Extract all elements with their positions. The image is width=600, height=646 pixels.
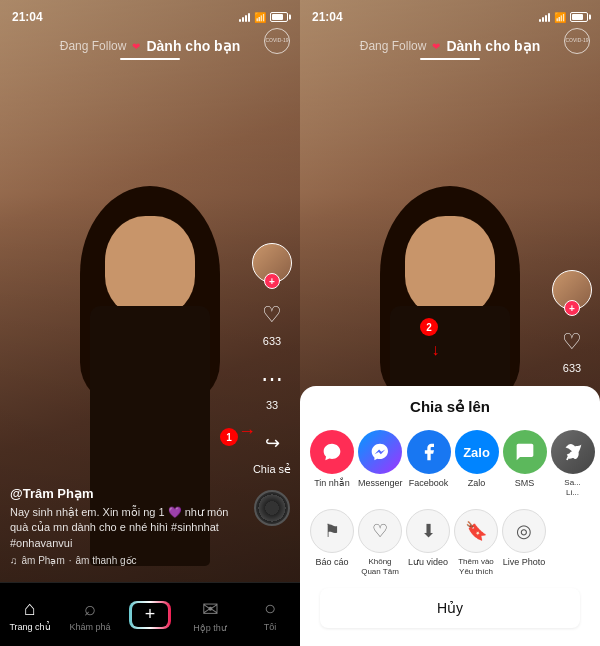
share-item-messenger[interactable]: Messenger [358,430,403,489]
comment-icon: ⋯ [254,361,290,397]
comment-count: 33 [266,399,278,411]
r-signal-bar-3 [545,15,547,22]
share-row-1: Tin nhắn Messenger Facebook Zalo Zalo [310,430,590,497]
right-nav-following-label[interactable]: Đang Follow [360,39,427,53]
left-screen: 21:04 📶 Đang Follow ❤ Dành cho bạn COVID… [0,0,300,646]
themvao-icon: 🔖 [454,509,498,553]
right-like-button[interactable]: ♡ 633 [554,324,590,374]
right-signal-bars [539,12,550,22]
heart-icon: ♡ [254,297,290,333]
inbox-label: Hộp thư [193,623,227,633]
zalo-icon: Zalo [455,430,499,474]
status-icons: 📶 [239,12,288,23]
r-signal-bar-4 [548,13,550,22]
share-item-luuvideo[interactable]: ⬇ Lưu video [406,509,450,568]
bottom-nav-left: ⌂ Trang chủ ⌕ Khám phá + ✉ Hộp thư ○ Tôi [0,582,300,646]
plus-icon: + [132,603,168,627]
cancel-button[interactable]: Hủy [320,588,580,628]
right-screen: 21:04 📶 Đang Follow ❤ Dành cho bạn COVID… [300,0,600,646]
nav-inbox[interactable]: ✉ Hộp thư [180,597,240,633]
annotation-1-badge: 1 [220,428,238,446]
share-item-baocao[interactable]: ⚑ Báo cáo [310,509,354,568]
messenger-label: Messenger [358,478,403,489]
right-top-nav: Đang Follow ❤ Dành cho bạn [300,28,600,64]
share-item-themvao[interactable]: 🔖 Thêm vàoYêu thích [454,509,498,576]
messenger-icon [358,430,402,474]
nav-profile[interactable]: ○ Tôi [240,597,300,632]
follow-plus-button[interactable]: + [264,273,280,289]
khongquantam-icon: ♡ [358,509,402,553]
nav-home[interactable]: ⌂ Trang chủ [0,597,60,632]
username[interactable]: @Trâm Phạm [10,486,245,501]
share-item-save[interactable]: Sa...Li... [551,430,595,497]
signal-bar-4 [248,13,250,22]
share-icon: ↪ [254,425,290,461]
right-nav-heart-icon: ❤ [432,41,440,52]
home-icon: ⌂ [24,597,36,620]
save-icon [551,430,595,474]
nav-underline [120,58,180,60]
luuvideo-icon: ⬇ [406,509,450,553]
sound-label: âm Phạm [22,555,65,566]
avatar-container[interactable]: + [252,243,292,283]
plus-button[interactable]: + [129,601,171,629]
livephoto-label: Live Photo [503,557,546,568]
profile-label: Tôi [264,622,277,632]
signal-bar-2 [242,17,244,22]
share-item-sms[interactable]: SMS [503,430,547,489]
nav-plus[interactable]: + [120,601,180,629]
share-sheet: Chia sẻ lên Tin nhắn Messenger Facebook [300,386,600,646]
share-item-facebook[interactable]: Facebook [407,430,451,489]
zalo-label: Zalo [468,478,486,489]
livephoto-icon: ◎ [502,509,546,553]
nav-following-label[interactable]: Đang Follow [60,39,127,53]
status-bar: 21:04 📶 [0,0,300,28]
battery-icon [270,12,288,22]
share-item-zalo[interactable]: Zalo Zalo [455,430,499,489]
tinnhan-label: Tin nhắn [314,478,350,489]
share-item-tinnhan[interactable]: Tin nhắn [310,430,354,489]
right-nav-for-you-label[interactable]: Dành cho bạn [446,38,540,54]
face [105,216,195,316]
signal-bar-1 [239,19,241,22]
profile-icon: ○ [264,597,276,620]
sound-info: ♫ âm Phạm · âm thanh gốc [10,555,245,566]
search-icon: ⌕ [84,597,96,620]
sound-separator: · [69,555,72,566]
like-button[interactable]: ♡ 633 [254,297,290,347]
right-actions-partial: + ♡ 633 [552,270,592,374]
video-caption: Nay sinh nhật em. Xin mỗi ng 1 💜 như món… [10,505,245,551]
right-like-count: 633 [563,362,581,374]
baocao-label: Báo cáo [315,557,348,568]
battery-fill [272,14,283,20]
sound-original: âm thanh gốc [76,555,137,566]
right-avatar-container[interactable]: + [552,270,592,310]
comment-button[interactable]: ⋯ 33 [254,361,290,411]
right-follow-plus-button[interactable]: + [564,300,580,316]
wifi-icon: 📶 [254,12,266,23]
right-heart-icon: ♡ [554,324,590,360]
r-signal-bar-1 [539,19,541,22]
share-sheet-title: Chia sẻ lên [310,398,590,416]
bottom-info: @Trâm Phạm Nay sinh nhật em. Xin mỗi ng … [10,486,245,566]
nav-for-you-label[interactable]: Dành cho bạn [146,38,240,54]
right-wifi-icon: 📶 [554,12,566,23]
right-status-icons: 📶 [539,12,588,23]
top-nav: Đang Follow ❤ Dành cho bạn [0,28,300,64]
right-battery-fill [572,14,583,20]
inbox-icon: ✉ [202,597,219,621]
luuvideo-label: Lưu video [408,557,448,568]
share-item-livephoto[interactable]: ◎ Live Photo [502,509,546,568]
right-battery-icon [570,12,588,22]
facebook-icon [407,430,451,474]
vinyl-record [254,490,290,526]
share-item-khongquantam[interactable]: ♡ KhôngQuan Tâm [358,509,402,576]
like-count: 633 [263,335,281,347]
themvao-label: Thêm vàoYêu thích [458,557,494,576]
right-actions: + ♡ 633 ⋯ 33 ↪ Chia sẻ [252,243,292,526]
right-status-bar: 21:04 📶 [300,0,600,28]
status-time: 21:04 [12,10,43,24]
share-button[interactable]: ↪ Chia sẻ [253,425,291,476]
annotation-2-badge: 2 [420,318,438,336]
nav-search[interactable]: ⌕ Khám phá [60,597,120,632]
